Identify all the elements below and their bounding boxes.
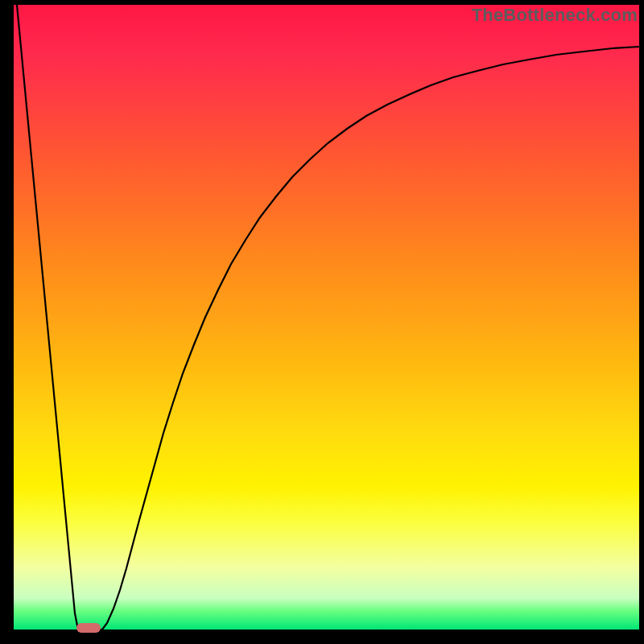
chart-plot-area — [14, 5, 639, 630]
watermark-text: TheBottleneck.com — [472, 5, 638, 26]
optimum-marker — [76, 623, 101, 633]
chart-container: TheBottleneck.com — [0, 0, 644, 644]
curve-svg — [14, 5, 639, 630]
chart-curve — [17, 5, 639, 630]
